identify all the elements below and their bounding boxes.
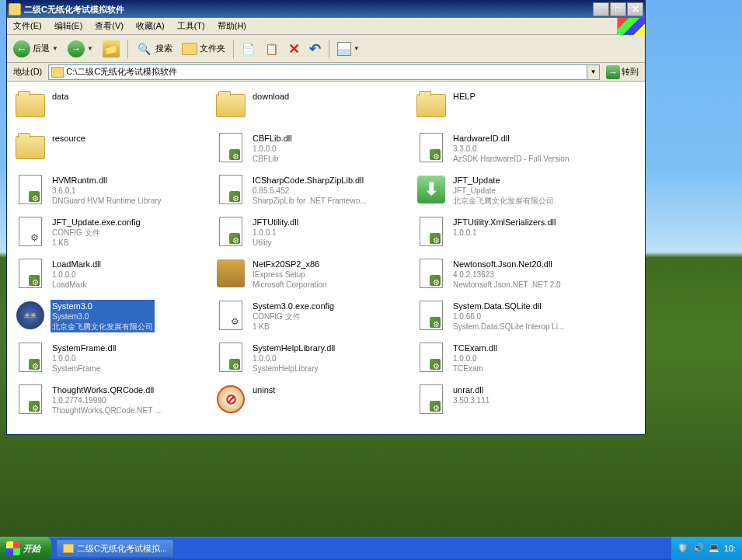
taskbar-item[interactable]: 二级C无纸化考试模拟... <box>56 539 174 558</box>
menu-favorites[interactable]: 收藏(A) <box>130 18 171 34</box>
tray-icon[interactable]: 🛡️ <box>678 543 688 554</box>
file-meta: Newtonsoft Json.NET .NET 2.0 <box>453 280 561 290</box>
file-item[interactable]: NetFx20SP2_x86IExpress SetupMicrosoft Co… <box>211 256 411 297</box>
file-item[interactable]: HELP <box>411 88 611 130</box>
file-item[interactable]: 未来System3.0System3.0北京金飞腾文化发展有限公司 <box>10 297 211 339</box>
clock[interactable]: 10: <box>724 544 736 553</box>
file-name: System3.0 <box>52 301 153 311</box>
folders-button[interactable]: 文件夹 <box>179 38 228 60</box>
minimize-button[interactable]: _ <box>593 2 609 16</box>
toolbar: ← 后退 ▼ → ▼ 📁 🔍 搜索 文件夹 📄 📋 ✕ ↶ ▼ <box>7 35 645 63</box>
file-item[interactable]: Newtonsoft.Json.Net20.dll4.0.2.13623Newt… <box>411 256 611 297</box>
delete-button[interactable]: ✕ <box>285 38 303 60</box>
file-item[interactable]: uninst <box>211 381 411 423</box>
file-item[interactable]: ICSharpCode.SharpZipLib.dll0.85.5.452Sha… <box>211 172 411 214</box>
tray-icon[interactable]: 💻 <box>709 543 719 554</box>
windows-logo-icon <box>617 18 645 35</box>
file-meta: 0.85.5.452 <box>253 186 367 196</box>
search-button[interactable]: 🔍 搜索 <box>133 38 176 60</box>
file-meta: AzSDK HardwareID - Full Version <box>453 154 570 164</box>
file-item[interactable]: data <box>10 88 211 130</box>
file-item[interactable]: JFTUtility.dll1.0.0.1Utility <box>211 214 411 256</box>
address-input-wrap[interactable]: ▼ <box>48 64 600 80</box>
up-button[interactable]: 📁 <box>99 38 123 60</box>
search-icon: 🔍 <box>136 40 153 57</box>
file-item[interactable]: SystemFrame.dll1.0.0.0SystemFrame <box>10 339 211 381</box>
file-name: HardwareID.dll <box>453 133 570 144</box>
file-meta: 3.50.3.111 <box>453 395 489 405</box>
file-item[interactable]: JFT_Update.exe.configCONFIG 文件1 KB <box>10 214 211 256</box>
menu-help[interactable]: 帮助(H) <box>211 18 253 34</box>
file-meta: 1 KB <box>52 238 141 248</box>
copy-to-button[interactable]: 📋 <box>262 38 282 60</box>
taskbar-item-label: 二级C无纸化考试模拟... <box>77 543 167 555</box>
config-icon <box>215 300 246 331</box>
file-meta: 1 KB <box>253 322 334 332</box>
undo-button[interactable]: ↶ <box>306 38 324 60</box>
address-input[interactable] <box>66 65 587 79</box>
file-meta: SystemHelpLibrary <box>253 363 335 374</box>
system-tray[interactable]: 🛡️ 🔊 💻 10: <box>671 537 742 560</box>
titlebar[interactable]: 二级C无纸化考试模拟软件 _ □ ✕ <box>7 1 645 18</box>
start-button[interactable]: 开始 <box>0 537 51 560</box>
folder-icon <box>215 90 246 121</box>
menu-view[interactable]: 查看(V) <box>89 18 130 34</box>
views-button[interactable]: ▼ <box>334 38 363 60</box>
dll-icon <box>15 384 46 415</box>
file-name: unrar.dll <box>453 384 489 395</box>
address-dropdown[interactable]: ▼ <box>587 65 599 79</box>
tray-icon[interactable]: 🔊 <box>693 543 704 554</box>
window-title: 二级C无纸化考试模拟软件 <box>24 4 593 16</box>
folder-icon <box>9 3 21 16</box>
file-item[interactable]: resource <box>10 130 211 172</box>
file-meta: 3.6.0.1 <box>52 186 162 196</box>
file-item[interactable]: LoadMark.dll1.0.0.0LoadMark <box>10 256 211 297</box>
file-item[interactable]: unrar.dll3.50.3.111 <box>411 381 611 423</box>
dll-icon <box>416 216 447 247</box>
file-item[interactable]: System3.0.exe.configCONFIG 文件1 KB <box>211 297 411 339</box>
menu-tools[interactable]: 工具(T) <box>171 18 211 34</box>
dll-icon <box>15 342 46 373</box>
go-button[interactable]: → 转到 <box>603 65 642 79</box>
file-item[interactable]: HVMRuntm.dll3.6.0.1DNGuard HVM Runtime L… <box>10 172 211 214</box>
menu-edit[interactable]: 编辑(E) <box>48 18 89 34</box>
explorer-window: 二级C无纸化考试模拟软件 _ □ ✕ 文件(E) 编辑(E) 查看(V) 收藏(… <box>6 0 646 435</box>
folder-icon <box>51 67 64 78</box>
file-item[interactable]: CBFLib.dll1.0.0.0CBFLib <box>211 130 411 172</box>
file-list[interactable]: datadownloadHELPresourceCBFLib.dll1.0.0.… <box>7 82 645 434</box>
file-meta: IExpress Setup <box>253 270 327 280</box>
file-item[interactable]: TCExam.dll1.0.0.0TCExam <box>411 339 611 381</box>
file-name: System.Data.SQLite.dll <box>453 301 564 311</box>
menu-file[interactable]: 文件(E) <box>7 18 48 34</box>
file-meta: CBFLib <box>253 154 292 164</box>
file-item[interactable]: ThoughtWorks.QRCode.dll1.0.2774.19990Tho… <box>10 381 211 423</box>
file-name: JFTUtility.XmlSerializers.dll <box>453 217 556 228</box>
file-name: uninst <box>253 384 275 395</box>
close-button[interactable]: ✕ <box>627 2 643 16</box>
file-item[interactable]: System.Data.SQLite.dll1.0.66.0System.Dat… <box>411 297 611 339</box>
back-button[interactable]: ← 后退 ▼ <box>10 38 61 60</box>
dll-icon <box>15 258 46 289</box>
chevron-down-icon: ▼ <box>52 45 58 52</box>
dll-icon <box>215 174 246 205</box>
file-name: resource <box>52 133 85 144</box>
config-icon <box>15 216 46 247</box>
move-to-button[interactable]: 📄 <box>239 38 259 60</box>
file-meta: 1.0.2774.19990 <box>52 395 161 405</box>
file-item[interactable]: download <box>211 88 411 130</box>
chevron-down-icon: ▼ <box>87 45 93 52</box>
forward-button[interactable]: → ▼ <box>64 38 96 60</box>
separator <box>127 40 128 58</box>
file-item[interactable]: HardwareID.dll3.3.0.0AzSDK HardwareID - … <box>411 130 611 172</box>
folder-up-icon: 📁 <box>103 40 120 57</box>
file-item[interactable]: JFTUtility.XmlSerializers.dll1.0.0.1 <box>411 214 611 256</box>
file-meta: Utility <box>253 238 298 248</box>
file-name: JFTUtility.dll <box>253 217 298 228</box>
file-meta: CONFIG 文件 <box>52 228 141 238</box>
folder-icon <box>416 90 447 121</box>
file-item[interactable]: ⬇JFT_UpdateJFT_Update北京金飞腾文化发展有限公司 <box>411 172 611 214</box>
file-item[interactable]: SystemHelpLibrary.dll1.0.0.0SystemHelpLi… <box>211 339 411 381</box>
views-icon <box>337 42 351 56</box>
maximize-button[interactable]: □ <box>610 2 626 16</box>
file-meta: 1.0.0.0 <box>453 353 497 363</box>
